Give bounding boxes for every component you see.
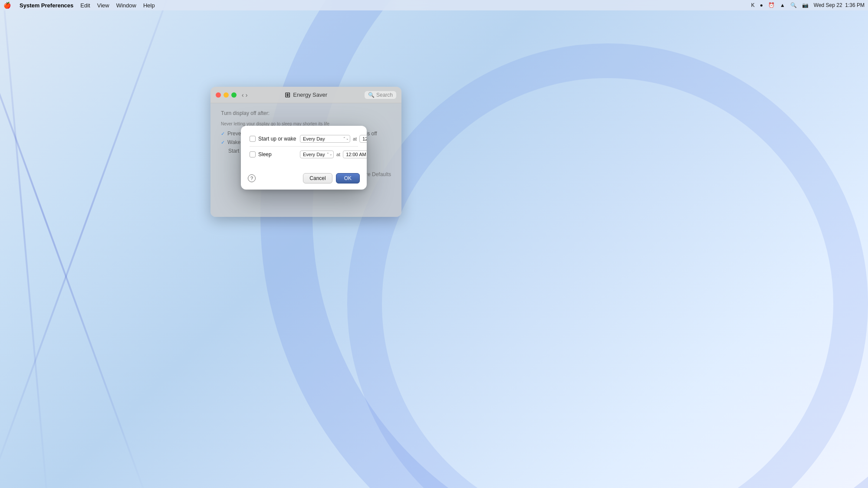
menubar-wifi-icon: ▲ bbox=[780, 2, 785, 8]
sleep-time-select[interactable]: 12:00 AM 12:30 AM 1:00 AM bbox=[343, 151, 367, 158]
menubar-window[interactable]: Window bbox=[116, 2, 136, 9]
menubar-search-icon[interactable]: 🔍 bbox=[790, 2, 797, 8]
schedule-row-2: Sleep Every Day Weekdays Weekends at 12:… bbox=[250, 150, 358, 158]
search-box[interactable]: 🔍 Search bbox=[365, 91, 396, 99]
startup-time-select[interactable]: 12:00 AM 12:30 AM 1:00 AM bbox=[359, 135, 367, 143]
startup-day-select[interactable]: Every Day Weekdays Weekends Every Monday… bbox=[300, 135, 350, 143]
ok-button[interactable]: OK bbox=[336, 173, 360, 183]
close-button[interactable] bbox=[216, 92, 221, 98]
bg-line-2 bbox=[0, 0, 192, 488]
window-controls bbox=[216, 92, 237, 98]
grid-icon: ⊞ bbox=[285, 91, 290, 99]
menubar-help[interactable]: Help bbox=[143, 2, 155, 9]
desktop bbox=[0, 0, 868, 488]
nav-arrows: ‹ › bbox=[242, 92, 247, 98]
bg-line-3 bbox=[0, 0, 50, 488]
display-off-label: Turn display off after: bbox=[221, 110, 391, 116]
menubar-edit[interactable]: Edit bbox=[80, 2, 90, 9]
menubar: 🍎 System Preferences Edit View Window He… bbox=[0, 0, 868, 10]
footer-buttons: Cancel OK bbox=[303, 173, 360, 183]
back-arrow-icon[interactable]: ‹ bbox=[242, 92, 244, 98]
sleep-checkbox[interactable] bbox=[250, 151, 256, 157]
menubar-app-name[interactable]: System Preferences bbox=[20, 2, 73, 9]
startup-checkbox[interactable] bbox=[250, 136, 256, 142]
dialog-footer: ? Cancel OK bbox=[241, 169, 367, 190]
menubar-right: K ● ⏰ ▲ 🔍 📷 Wed Sep 22 1:36 PM bbox=[751, 2, 865, 8]
search-placeholder: Search bbox=[376, 92, 393, 98]
sleep-day-wrapper: Every Day Weekdays Weekends bbox=[300, 150, 334, 158]
sleep-time-wrapper: 12:00 AM 12:30 AM 1:00 AM bbox=[343, 150, 367, 158]
maximize-button[interactable] bbox=[231, 92, 237, 98]
sleep-day-select[interactable]: Every Day Weekdays Weekends bbox=[300, 151, 334, 158]
menubar-camera-icon: 📷 bbox=[802, 2, 809, 8]
bg-line-1 bbox=[0, 0, 149, 488]
minimize-button[interactable] bbox=[224, 92, 229, 98]
checkmark-icon: ✓ bbox=[221, 131, 225, 137]
menubar-icon-k: K bbox=[751, 2, 755, 8]
startup-at-text: at bbox=[353, 136, 357, 141]
apple-logo-icon[interactable]: 🍎 bbox=[3, 2, 11, 9]
menubar-icon-clock: ⏰ bbox=[768, 2, 775, 8]
menubar-icon-dot: ● bbox=[760, 2, 763, 8]
energy-titlebar: ‹ › ⊞ Energy Saver 🔍 Search bbox=[210, 87, 401, 103]
schedule-dialog: Start up or wake Every Day Weekdays Week… bbox=[241, 126, 367, 190]
startup-label: Start up or wake bbox=[258, 136, 297, 142]
cancel-button[interactable]: Cancel bbox=[303, 173, 332, 183]
startup-day-wrapper: Every Day Weekdays Weekends Every Monday… bbox=[300, 134, 350, 143]
startup-time-wrapper: 12:00 AM 12:30 AM 1:00 AM bbox=[359, 134, 367, 143]
schedule-row-1: Start up or wake Every Day Weekdays Week… bbox=[250, 134, 358, 143]
menubar-view[interactable]: View bbox=[97, 2, 109, 9]
menubar-left: 🍎 System Preferences Edit View Window He… bbox=[3, 2, 155, 9]
menubar-datetime: Wed Sep 22 1:36 PM bbox=[814, 2, 865, 8]
checkmark-icon-2: ✓ bbox=[221, 140, 225, 145]
help-button[interactable]: ? bbox=[248, 174, 256, 182]
search-icon: 🔍 bbox=[368, 92, 375, 98]
dialog-body: Start up or wake Every Day Weekdays Week… bbox=[241, 126, 367, 169]
window-title-area: ⊞ Energy Saver bbox=[247, 91, 365, 99]
sleep-label: Sleep bbox=[258, 151, 297, 157]
dialog-divider bbox=[250, 146, 358, 147]
window-title: Energy Saver bbox=[293, 92, 327, 98]
sleep-at-text: at bbox=[336, 152, 340, 157]
